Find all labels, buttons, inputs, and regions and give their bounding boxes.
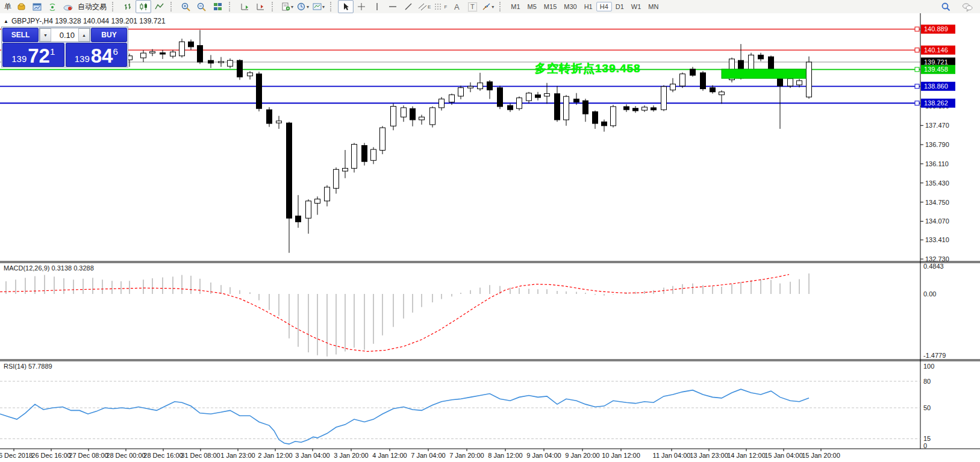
time-tick-label: 4 Jan 12:00 xyxy=(372,452,407,459)
candle-body xyxy=(498,88,503,107)
buy-price-display[interactable]: 139 84 6 xyxy=(66,43,128,67)
chart-area[interactable]: 138.150137.470136.790136.110135.430134.7… xyxy=(0,13,980,462)
text-label-tool-icon[interactable]: T xyxy=(464,0,480,13)
line-chart-icon[interactable] xyxy=(151,0,167,13)
price-badge-label: 138.262 xyxy=(924,99,948,107)
candle-body xyxy=(564,96,569,120)
axis-tick-label: 137.470 xyxy=(925,122,949,129)
candle-body xyxy=(228,60,233,66)
fibonacci-icon[interactable]: F xyxy=(432,0,449,13)
sell-button[interactable]: SELL xyxy=(2,28,39,42)
candle-body xyxy=(179,42,185,55)
candlestick-chart-icon[interactable] xyxy=(136,0,151,13)
timeframe-w1[interactable]: W1 xyxy=(628,2,645,11)
time-tick-label: 28 Dec 00:00 xyxy=(106,452,145,459)
cursor-icon[interactable] xyxy=(338,0,354,13)
equidistant-channel-icon[interactable]: E xyxy=(416,0,432,13)
candle-body xyxy=(371,149,376,160)
price-badge-label: 139.458 xyxy=(924,66,948,73)
time-tick-label: 26 Dec 16:00 xyxy=(31,452,70,459)
volume-increase-button[interactable]: ▲ xyxy=(78,28,90,42)
candle-body xyxy=(419,117,425,120)
candle-body xyxy=(508,105,513,110)
pivot-annotation: 多空转折点139.458 xyxy=(535,61,641,76)
candle-body xyxy=(593,111,598,123)
gold-icon[interactable] xyxy=(13,0,29,13)
timeframe-h4[interactable]: H4 xyxy=(596,2,612,11)
bar-chart-icon[interactable] xyxy=(120,0,136,13)
macd-scale-label: 0.4843 xyxy=(923,263,944,270)
symbol-dropdown-icon[interactable]: ▲ xyxy=(4,19,8,24)
zoom-out-icon[interactable] xyxy=(194,0,210,13)
timeframe-m15[interactable]: M15 xyxy=(540,2,560,11)
timeframe-mn[interactable]: MN xyxy=(644,2,662,11)
text-tool-icon[interactable]: A xyxy=(449,0,464,13)
trendline-icon[interactable] xyxy=(401,0,416,13)
timeframe-m5[interactable]: M5 xyxy=(524,2,540,11)
templates-icon[interactable]: ▾ xyxy=(311,0,326,13)
timeframe-h1[interactable]: H1 xyxy=(581,2,596,11)
line-endpoint-marker xyxy=(915,101,919,105)
candle-body xyxy=(778,79,783,86)
time-tick-label: 31 Dec 08:00 xyxy=(181,452,220,459)
axis-tick-label: 135.430 xyxy=(925,179,949,187)
volume-stepper: ▼ 0.10 ▲ xyxy=(39,28,90,42)
toolbar-group-objects: E F A T ▾ xyxy=(336,0,498,13)
chart-window-icon[interactable] xyxy=(29,0,45,13)
fibo-letter: F xyxy=(444,4,447,10)
buy-button[interactable]: BUY xyxy=(91,28,127,42)
time-tick-label: 9 Jan 20:00 xyxy=(565,452,600,459)
time-tick-label: 15 Jan 20:00 xyxy=(802,452,840,459)
candle-body xyxy=(410,108,416,120)
toolbar-separator xyxy=(170,2,175,11)
indicators-icon[interactable]: ▾ xyxy=(279,0,295,13)
candle-body xyxy=(680,74,685,86)
line-endpoint-marker xyxy=(915,67,919,72)
rsi-scale-label: 80 xyxy=(923,378,931,385)
crosshair-icon[interactable] xyxy=(354,0,369,13)
periods-clock-icon[interactable]: ▾ xyxy=(295,0,311,13)
auto-scroll-icon[interactable] xyxy=(237,0,252,13)
rsi-pane xyxy=(0,381,920,444)
candle-body xyxy=(391,106,396,126)
vertical-line-icon[interactable] xyxy=(369,0,385,13)
timeframe-m30[interactable]: M30 xyxy=(560,2,580,11)
shapes-icon[interactable]: ▾ xyxy=(480,0,496,13)
timeframe-m1[interactable]: M1 xyxy=(507,2,523,11)
time-tick-label: 1 Jan 23:00 xyxy=(220,452,255,459)
candle-body xyxy=(633,108,638,111)
candle-body xyxy=(306,201,311,219)
cloud-icon[interactable] xyxy=(60,0,76,13)
volume-decrease-button[interactable]: ▼ xyxy=(40,28,51,42)
toolbar-group-main: 单 自动交易 xyxy=(0,0,111,13)
candle-body xyxy=(352,145,357,169)
candle-body xyxy=(468,86,473,88)
tile-windows-icon[interactable] xyxy=(210,0,225,13)
candle-body xyxy=(315,199,320,203)
timeframe-d1[interactable]: D1 xyxy=(612,2,628,11)
search-icon[interactable] xyxy=(938,0,953,13)
main-pane xyxy=(0,29,920,252)
chevron-down-icon: ▾ xyxy=(322,4,325,10)
candle-body xyxy=(574,99,579,102)
candle-body xyxy=(583,101,588,114)
candle-body xyxy=(257,74,262,109)
chart-shift-icon[interactable] xyxy=(252,0,268,13)
chart-canvas[interactable]: 138.150137.470136.790136.110135.430134.7… xyxy=(0,13,980,462)
sell-price-display[interactable]: 139 72 1 xyxy=(2,43,64,67)
candle-body xyxy=(189,42,194,46)
time-tick-label: 15 Jan 04:00 xyxy=(764,452,803,459)
zoom-in-icon[interactable] xyxy=(178,0,194,13)
new-order-label[interactable]: 单 xyxy=(2,2,13,12)
price-badge: 140.146 xyxy=(915,46,955,55)
auto-trading-button[interactable]: 自动交易 xyxy=(76,2,108,12)
time-tick-label: 3 Jan 04:00 xyxy=(295,452,330,459)
price-badge-label: 139.721 xyxy=(924,58,948,66)
volume-input[interactable]: 0.10 xyxy=(51,28,78,42)
candle-body xyxy=(449,95,455,102)
signal-icon[interactable] xyxy=(45,0,60,13)
axis-tick-label: 132.730 xyxy=(925,255,949,263)
chat-icon[interactable] xyxy=(960,0,975,13)
rsi-indicator-label: RSI(14) 57.7889 xyxy=(4,363,52,370)
horizontal-line-icon[interactable] xyxy=(385,0,401,13)
